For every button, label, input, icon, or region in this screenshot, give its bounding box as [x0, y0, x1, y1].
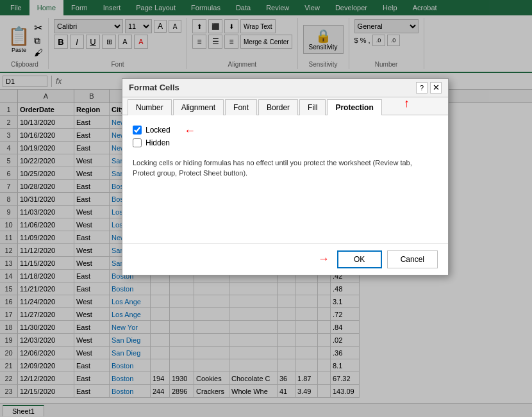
hidden-row: Hidden	[133, 138, 438, 147]
dialog-help-btn[interactable]: ?	[416, 82, 428, 94]
dialog-body: Locked ← Hidden Locking cells or hiding …	[122, 115, 448, 243]
dialog-tab-font[interactable]: Font	[225, 99, 257, 115]
dialog-tabs: Number Alignment Font Border Fill Protec…	[122, 97, 448, 115]
arrow-to-locked: ←	[184, 124, 195, 138]
dialog-tab-protection[interactable]: Protection	[327, 99, 381, 115]
ok-button[interactable]: OK	[337, 250, 382, 268]
arrow-to-protection: ↑	[404, 97, 410, 110]
locked-row: Locked	[133, 126, 170, 135]
dialog-tab-border[interactable]: Border	[258, 99, 298, 115]
hidden-checkbox[interactable]	[133, 138, 142, 147]
hidden-label[interactable]: Hidden	[145, 138, 170, 147]
locked-checkbox[interactable]	[133, 126, 142, 135]
protection-note: Locking cells or hiding formulas has no …	[133, 158, 428, 179]
dialog-footer: → OK Cancel	[122, 243, 448, 275]
dialog-tab-number[interactable]: Number	[128, 99, 172, 115]
dialog-close-btn[interactable]: ✕	[430, 82, 442, 94]
format-cells-dialog: Format Cells ? ✕ Number Alignment Font B…	[122, 78, 449, 275]
dialog-tab-fill[interactable]: Fill	[299, 99, 326, 115]
locked-label[interactable]: Locked	[145, 126, 170, 135]
cancel-button[interactable]: Cancel	[387, 250, 438, 268]
modal-overlay: Format Cells ? ✕ Number Alignment Font B…	[0, 0, 532, 417]
arrow-to-ok: →	[318, 250, 329, 268]
dialog-title: Format Cells	[129, 83, 179, 92]
dialog-title-bar: Format Cells ? ✕	[122, 79, 448, 97]
dialog-tab-alignment[interactable]: Alignment	[173, 99, 224, 115]
